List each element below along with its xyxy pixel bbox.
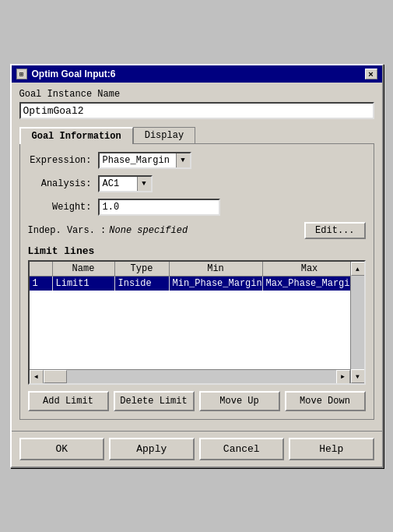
- window-icon: ⊞: [16, 69, 27, 79]
- action-buttons: Add Limit Delete Limit Move Up Move Down: [28, 391, 366, 411]
- col-min: Min: [170, 262, 263, 276]
- limit-lines-label: Limit lines: [28, 245, 366, 257]
- weight-input[interactable]: [98, 199, 220, 216]
- analysis-dropdown-arrow[interactable]: ▼: [137, 177, 151, 191]
- move-down-button[interactable]: Move Down: [285, 391, 366, 411]
- cell-name: Limit1: [53, 277, 115, 291]
- window-title: Optim Goal Input:6: [32, 69, 116, 79]
- table-row[interactable]: 1 Limit1 Inside Min_Phase_Margin Max_Pha…: [30, 277, 364, 291]
- cancel-button[interactable]: Cancel: [199, 438, 285, 460]
- table-header: Name Type Min Max: [30, 262, 364, 277]
- indep-vars-label: Indep. Vars. :: [28, 225, 107, 236]
- tab-display[interactable]: Display: [133, 127, 195, 143]
- delete-limit-button[interactable]: Delete Limit: [114, 391, 195, 411]
- vertical-scrollbar[interactable]: ▲ ▼: [350, 262, 364, 383]
- edit-button[interactable]: Edit...: [304, 222, 365, 239]
- scrollbar-track-v: [351, 276, 364, 369]
- col-num: [30, 262, 53, 276]
- expression-value: Phase_Margin: [100, 154, 176, 167]
- bottom-buttons: OK Apply Cancel Help: [12, 431, 382, 467]
- help-button[interactable]: Help: [289, 438, 374, 460]
- apply-button[interactable]: Apply: [109, 438, 195, 460]
- indep-vars-row: Indep. Vars. : None specified Edit...: [28, 222, 366, 239]
- content-area: Goal Instance Name Goal Information Disp…: [12, 83, 382, 426]
- tab-bar: Goal Information Display: [19, 127, 374, 143]
- scrollbar-track-h: [44, 370, 336, 383]
- col-max: Max: [263, 262, 356, 276]
- expression-row: Expression: Phase_Margin ▼: [28, 152, 366, 169]
- horizontal-scrollbar[interactable]: ◄ ►: [30, 369, 350, 383]
- weight-label: Weight:: [28, 202, 98, 213]
- expression-select[interactable]: Phase_Margin ▼: [98, 152, 191, 169]
- goal-instance-input[interactable]: [19, 102, 374, 119]
- limit-lines-table: Name Type Min Max 1 Limit1 Inside Min_Ph…: [28, 260, 366, 385]
- indep-vars-value: None specified: [109, 225, 188, 236]
- cell-min: Min_Phase_Margin: [170, 277, 263, 291]
- analysis-select[interactable]: AC1 ▼: [98, 175, 153, 192]
- analysis-label: Analysis:: [28, 178, 98, 189]
- scroll-up-button[interactable]: ▲: [351, 262, 365, 276]
- tab-goal-information[interactable]: Goal Information: [19, 127, 133, 144]
- title-bar: ⊞ Optim Goal Input:6 ×: [12, 65, 382, 83]
- title-bar-left: ⊞ Optim Goal Input:6: [16, 69, 116, 79]
- close-button[interactable]: ×: [365, 69, 377, 79]
- cell-num: 1: [30, 277, 53, 291]
- goal-instance-label: Goal Instance Name: [19, 89, 374, 100]
- col-name: Name: [53, 262, 115, 276]
- cell-type: Inside: [115, 277, 170, 291]
- main-window: ⊞ Optim Goal Input:6 × Goal Instance Nam…: [10, 64, 384, 468]
- scroll-right-button[interactable]: ►: [336, 370, 350, 384]
- move-up-button[interactable]: Move Up: [199, 391, 280, 411]
- analysis-value: AC1: [100, 178, 137, 190]
- weight-row: Weight:: [28, 199, 366, 216]
- analysis-row: Analysis: AC1 ▼: [28, 175, 366, 192]
- tab-content: Expression: Phase_Margin ▼ Analysis: AC1…: [19, 143, 374, 420]
- scroll-left-button[interactable]: ◄: [30, 370, 44, 384]
- add-limit-button[interactable]: Add Limit: [28, 391, 109, 411]
- scrollbar-thumb-h[interactable]: [44, 370, 67, 383]
- scroll-down-button[interactable]: ▼: [351, 369, 365, 383]
- cell-max: Max_Phase_Margin: [263, 277, 356, 291]
- expression-dropdown-arrow[interactable]: ▼: [176, 153, 190, 167]
- col-type: Type: [115, 262, 170, 276]
- ok-button[interactable]: OK: [19, 438, 105, 460]
- expression-label: Expression:: [28, 155, 98, 166]
